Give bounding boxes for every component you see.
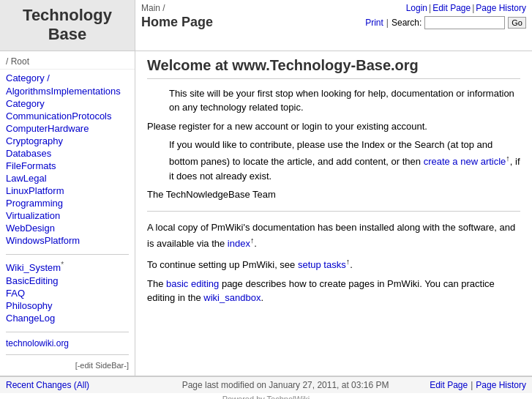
main-para7: The basic editing page describes how to …: [147, 277, 520, 305]
footer: Recent Changes (All) Page last modified …: [0, 376, 532, 393]
site-title: Technology Base: [6, 6, 129, 45]
sidebar-item-lawlegal[interactable]: LawLegal: [6, 173, 47, 184]
footer-center: Page last modified on January 27, 2011, …: [141, 380, 430, 390]
breadcrumb: Main /: [141, 3, 213, 13]
sidebar-item-faq[interactable]: FAQ: [6, 288, 25, 299]
list-item: Philosophy: [6, 299, 135, 312]
main-para6: To continue setting up PmWiki, see setup…: [147, 256, 520, 272]
list-item: FileFormats: [6, 160, 135, 172]
sidebar-wikisystem-link[interactable]: Wiki_System: [6, 262, 61, 273]
list-item: LawLegal: [6, 172, 135, 184]
list-item: ComputerHardware: [6, 122, 135, 135]
sidebar-item-communicationprotocols[interactable]: CommunicationProtocols: [6, 111, 112, 122]
sidebar-wikisystem-items: BasicEditing FAQ Philosophy ChangeLog: [0, 275, 135, 329]
main-heading: Welcome at www.Technology-Base.org: [147, 57, 520, 79]
page-title: Home Page: [141, 15, 213, 30]
footer-powered: Powered by TechnolWiki: [0, 393, 532, 399]
wiki-sandbox-link[interactable]: wiki_sandbox: [203, 292, 261, 303]
content-divider: [147, 211, 520, 212]
sidebar-item-programming[interactable]: Programming: [6, 198, 63, 209]
sidebar-category-section: Category / AlgorithmsImplementations Cat…: [0, 70, 135, 251]
list-item: WebDesign: [6, 222, 135, 234]
sidebar-item-philosophy[interactable]: Philosophy: [6, 300, 53, 311]
page-modified-text: Page last modified on January 27, 2011, …: [182, 380, 389, 390]
sidebar-item-basicediting[interactable]: BasicEditing: [6, 275, 59, 286]
list-item: LinuxPlatform: [6, 184, 135, 197]
recent-changes-link[interactable]: Recent Changes (All): [6, 380, 89, 390]
sidebar-item-cryptography[interactable]: Cryptography: [6, 135, 63, 146]
sidebar: / Root Category / AlgorithmsImplementati…: [0, 51, 135, 376]
list-item: CommunicationProtocols: [6, 110, 135, 122]
wiki-system-edit-sup: *: [61, 261, 64, 269]
sidebar-item-fileformats[interactable]: FileFormats: [6, 160, 56, 171]
footer-left: Recent Changes (All): [6, 380, 141, 390]
list-item: Virtualization: [6, 209, 135, 222]
sidebar-item-computerhardware[interactable]: ComputerHardware: [6, 123, 89, 134]
create-article-link[interactable]: create a new article: [424, 156, 506, 167]
sidebar-item-databases[interactable]: Databases: [6, 148, 51, 159]
breadcrumb-main: Main /: [141, 3, 165, 13]
sidebar-item-algorithmsimplementations[interactable]: AlgorithmsImplementations: [6, 86, 121, 97]
site-title-area: Technology Base: [0, 0, 135, 51]
footer-edit-page-link[interactable]: Edit Page: [430, 380, 468, 390]
list-item: Cryptography: [6, 135, 135, 147]
footer-page-history-link[interactable]: Page History: [476, 380, 526, 390]
sidebar-divider2: [6, 332, 129, 332]
list-item: BasicEditing: [6, 275, 135, 287]
edit-sidebar-link[interactable]: [-edit SideBar-]: [75, 361, 129, 370]
list-item: WindowsPlatform: [6, 234, 135, 247]
go-button[interactable]: Go: [508, 17, 526, 29]
basic-editing-link[interactable]: basic editing: [166, 278, 219, 289]
sidebar-edit-link: [-edit SideBar-]: [0, 358, 135, 373]
edit-page-link-header[interactable]: Edit Page: [432, 3, 471, 13]
main-para4: The TechNowledgeBase Team: [147, 187, 520, 202]
sidebar-external: technolowiki.org: [0, 335, 135, 351]
list-item: Databases: [6, 147, 135, 160]
sidebar-wikisystem-section: Wiki_System* BasicEditing FAQ Philosophy…: [0, 258, 135, 329]
main-para1: This site will be your first stop when l…: [169, 86, 520, 115]
sidebar-category-items: AlgorithmsImplementations Category Commu…: [0, 85, 135, 251]
list-item: Programming: [6, 197, 135, 209]
print-link[interactable]: Print: [365, 18, 383, 28]
sidebar-wikisystem-header: Wiki_System*: [0, 258, 135, 275]
sidebar-divider: [6, 254, 129, 255]
main-para3: If you would like to contribute, please …: [169, 138, 520, 183]
sidebar-category-link[interactable]: Category /: [6, 72, 50, 83]
list-item: Category: [6, 97, 135, 110]
search-label: Search:: [391, 18, 422, 28]
sidebar-item-category[interactable]: Category: [6, 98, 45, 109]
main-content: Welcome at www.Technology-Base.org This …: [135, 51, 532, 376]
sidebar-item-virtualization[interactable]: Virtualization: [6, 210, 60, 221]
footer-right: Edit Page | Page History: [430, 380, 526, 390]
setup-tasks-link[interactable]: setup tasks: [298, 259, 346, 270]
sidebar-category-header: Category /: [0, 70, 135, 85]
list-item: AlgorithmsImplementations: [6, 85, 135, 97]
search-input[interactable]: [424, 16, 505, 29]
list-item: FAQ: [6, 287, 135, 299]
login-link[interactable]: Login: [406, 3, 427, 13]
sidebar-item-linuxplatform[interactable]: LinuxPlatform: [6, 185, 64, 196]
index-link[interactable]: index: [228, 238, 250, 249]
sidebar-root: / Root: [0, 54, 135, 70]
main-para5: A local copy of PmWiki's documentation h…: [147, 220, 520, 251]
main-para2: Please register for a new account or log…: [147, 119, 520, 134]
sidebar-divider3: [6, 354, 129, 355]
page-history-link-header[interactable]: Page History: [476, 3, 526, 13]
sidebar-item-windowsplatform[interactable]: WindowsPlatform: [6, 235, 80, 246]
sidebar-item-webdesign[interactable]: WebDesign: [6, 223, 55, 234]
external-link[interactable]: technolowiki.org: [6, 338, 69, 348]
sidebar-item-changelog[interactable]: ChangeLog: [6, 313, 55, 324]
list-item: ChangeLog: [6, 312, 135, 324]
